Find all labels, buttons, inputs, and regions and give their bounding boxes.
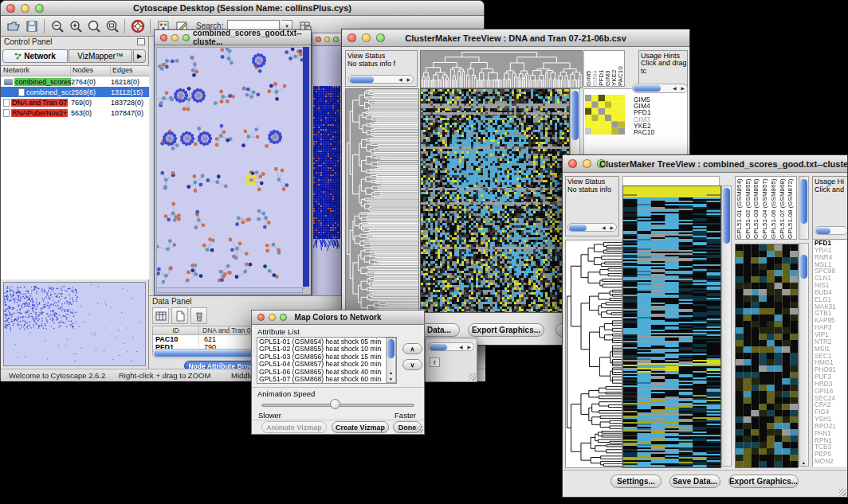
zoom-out-icon[interactable]	[49, 18, 65, 34]
col-nodes[interactable]: Nodes	[71, 66, 111, 76]
column-label[interactable]: GPL51-07 (GSM868)	[779, 177, 788, 239]
network-row[interactable]: combined_scores 2764(0) 16218(0)	[1, 76, 149, 87]
tv1-heatmap[interactable]	[420, 88, 570, 313]
column-label[interactable]: GPL51-06 (GSM865)	[771, 177, 779, 239]
save-data-button[interactable]: Save Data...	[669, 475, 720, 488]
tv1-column-dendrogram[interactable]	[420, 50, 583, 88]
minimize-button[interactable]	[324, 37, 330, 42]
map-colors-dialog: Map Colors to Network Attribute List GPL…	[251, 310, 425, 435]
overview-canvas	[4, 283, 145, 365]
tv1-zoom-hscrollbar[interactable]: ◀ ▶	[632, 84, 688, 93]
tabs-overflow-arrow[interactable]: ▶	[133, 49, 146, 63]
zoom-button[interactable]	[333, 37, 339, 42]
treeview2-titlebar[interactable]: ClusterMaker TreeView : combined_scores_…	[563, 155, 847, 173]
background-window-fragment	[312, 33, 342, 297]
tv2-row-dendrogram[interactable]	[565, 240, 622, 468]
zoom-selected-icon[interactable]	[85, 18, 102, 34]
column-label[interactable]: GPL51-02 (GSM855)	[745, 177, 754, 239]
tv2-labels-vscrollbar[interactable]	[799, 176, 809, 240]
column-label[interactable]: YKE2	[611, 51, 618, 86]
control-panel-label: Control Panel	[4, 37, 53, 46]
attribute-table-icon[interactable]	[152, 307, 169, 324]
help-lifering-icon[interactable]	[129, 18, 146, 34]
column-label[interactable]: GIM3	[605, 51, 611, 86]
treeview2-title: ClusterMaker TreeView : combined_scores_…	[563, 155, 847, 172]
slower-label: Slower	[258, 411, 281, 420]
col-network[interactable]: Network	[1, 66, 71, 76]
col-edges[interactable]: Edges	[111, 66, 149, 76]
column-label[interactable]: GIM5	[586, 51, 592, 86]
tv1-column-labels: GIM5 GIM4 PFD1 GIM3 YKE2 PAC10	[583, 50, 625, 87]
gene-label[interactable]: PAC10	[634, 129, 683, 135]
tv2-status-hscrollbar[interactable]: ◀ ▶	[567, 223, 617, 232]
view-status-text: No status info f	[346, 60, 417, 68]
save-icon[interactable]	[23, 18, 40, 34]
view-status-label: View Status	[566, 177, 618, 186]
move-down-button[interactable]: ∨	[402, 359, 422, 370]
attribute-item[interactable]: GPL51-07 (GSM868) heat shock 60 min	[259, 376, 385, 383]
network-row-selected[interactable]: combined_sco 2569(6) 13112(15)	[1, 87, 149, 97]
resize-grip[interactable]	[416, 426, 423, 433]
network-canvas[interactable]	[156, 47, 304, 289]
network-hscrollbar[interactable]	[156, 287, 303, 293]
open-file-icon[interactable]	[5, 18, 22, 34]
column-label[interactable]: PFD1	[599, 51, 605, 86]
treeview1-titlebar[interactable]: ClusterMaker TreeView : DNA and Tran 07-…	[342, 29, 689, 47]
network-row[interactable]: RNAPuberNov2+ 563(0) 107847(0)	[1, 107, 149, 118]
tab-vizmapper[interactable]: VizMapper™	[69, 49, 132, 63]
tv2-heatmap-vscrollbar[interactable]	[721, 186, 732, 467]
zoom-fit-icon[interactable]	[104, 18, 120, 34]
dense-network-block	[313, 86, 340, 253]
zoom-in-icon[interactable]	[67, 18, 84, 34]
move-up-button[interactable]: ∧	[402, 343, 422, 354]
create-vizmap-button[interactable]: Create Vizmap	[332, 421, 389, 433]
tv1-row-dendrogram[interactable]	[345, 88, 419, 313]
network-vscrollbar[interactable]	[303, 47, 309, 287]
animate-vizmap-button[interactable]: Animate Vizmap	[261, 421, 327, 433]
hidden-window-fragment: ◀ ▶ r	[425, 338, 477, 382]
scroll-up-arrow[interactable]: ▲	[387, 370, 395, 375]
column-label[interactable]: GPL51-04 (GSM857)	[762, 177, 771, 239]
gene-label[interactable]: MON2	[815, 459, 848, 466]
new-attribute-icon[interactable]	[171, 307, 188, 324]
tab-network[interactable]: Network	[2, 49, 68, 63]
resize-grip[interactable]	[469, 373, 476, 381]
column-label[interactable]: GIM4	[592, 51, 599, 86]
column-label[interactable]: GPL51-03 (GSM856)	[753, 177, 762, 239]
close-button[interactable]	[316, 37, 321, 42]
scroll-down-arrow[interactable]: ▲	[799, 460, 808, 465]
fragment-hscrollbar[interactable]: ◀ ▶	[428, 342, 474, 351]
tv2-heatmap[interactable]	[622, 186, 721, 468]
attribute-listbox[interactable]: GPL51-01 (GSM854) heat shock 05 min GPL5…	[257, 337, 397, 384]
network-frame-title: combined_scores_good.txt--cluste...	[155, 30, 311, 45]
float-panel-icon[interactable]	[137, 38, 145, 45]
slider-thumb[interactable]	[330, 399, 340, 409]
tv2-view-status-panel: View Status No status info ◀ ▶	[565, 176, 619, 236]
scroll-down-arrow[interactable]: ▼	[387, 377, 395, 381]
tv2-usage-hscrollbar[interactable]	[815, 226, 848, 235]
file-icon	[3, 99, 10, 107]
main-titlebar[interactable]: Cytoscape Desktop (Session Name: collins…	[1, 1, 484, 16]
tv2-genelist-vscrollbar[interactable]: ▲	[799, 243, 809, 467]
tv1-status-hscrollbar[interactable]: ◀ ▶	[348, 75, 414, 84]
column-label[interactable]: GPL51-08 (GSM872)	[787, 177, 796, 239]
delete-attribute-trash-icon[interactable]	[190, 307, 207, 324]
network-row[interactable]: DNA and Tran 07 769(0) 183728(0)	[1, 97, 149, 107]
status-zoom-hint: Right-click + drag to ZOOM	[119, 371, 210, 380]
export-graphics-button[interactable]: Export Graphics...	[468, 323, 544, 337]
column-label[interactable]: PAC10	[618, 51, 624, 86]
attribute-list-vscrollbar[interactable]: ▲ ▼	[386, 338, 396, 383]
file-icon	[18, 88, 25, 96]
settings-button[interactable]: Settings...	[610, 475, 662, 488]
tv1-zoom-heatmap[interactable]	[585, 95, 625, 135]
treeview2-window: ClusterMaker TreeView : combined_scores_…	[562, 154, 848, 498]
faster-label: Faster	[395, 411, 416, 420]
network-overview[interactable]	[3, 282, 146, 366]
resize-grip[interactable]	[839, 489, 846, 496]
fragment-text: r	[430, 357, 440, 367]
dialog-titlebar[interactable]: Map Colors to Network	[252, 311, 424, 325]
export-graphics-button[interactable]: Export Graphics...	[728, 475, 799, 488]
tv2-zoom-heatmap[interactable]	[735, 244, 799, 468]
id-column-header[interactable]: ID	[153, 326, 199, 334]
column-label[interactable]: GPL51-01 (GSM854)	[736, 177, 745, 239]
